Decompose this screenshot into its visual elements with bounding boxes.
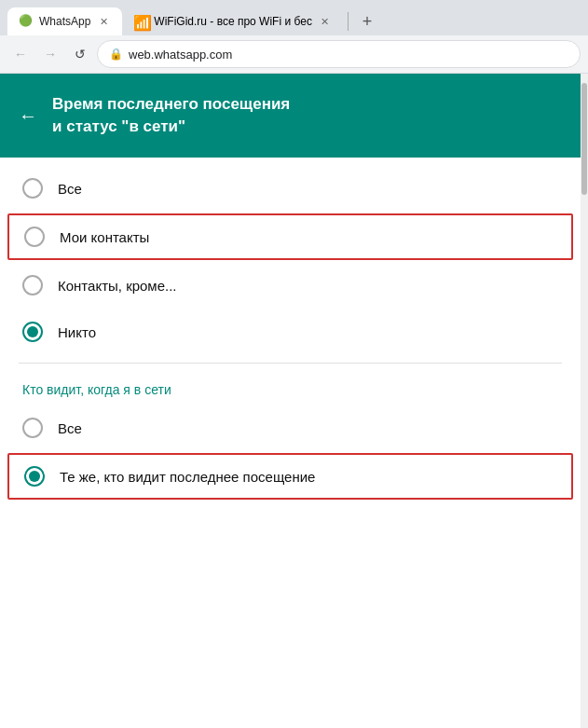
radio-mycontacts <box>24 227 45 247</box>
wifigid-favicon: 📶 <box>133 14 148 29</box>
browser-chrome: 🟢 WhatsApp ✕ 📶 WiFiGid.ru - все про WiFi… <box>0 0 588 74</box>
option-nobody[interactable]: Никто <box>0 309 581 355</box>
option-all-online[interactable]: Все <box>0 405 581 451</box>
option-same-as-seen[interactable]: Те же, кто видит последнее посещение <box>7 453 573 500</box>
settings-list: Все Мои контакты Контакты, кроме... Никт… <box>0 158 581 509</box>
tab-whatsapp[interactable]: 🟢 WhatsApp ✕ <box>7 7 122 35</box>
option-all-lastseen-label: Все <box>58 181 82 197</box>
whatsapp-panel: ← Время последнего посещенияи статус "в … <box>0 74 581 728</box>
radio-all-online <box>22 418 43 438</box>
tab-bar: 🟢 WhatsApp ✕ 📶 WiFiGid.ru - все про WiFi… <box>0 0 588 35</box>
tab-wifigid[interactable]: 📶 WiFiGid.ru - все про WiFi и бес ✕ <box>122 7 344 35</box>
section-divider <box>19 363 562 364</box>
option-except-contacts[interactable]: Контакты, кроме... <box>0 262 581 309</box>
scrollbar-thumb[interactable] <box>581 83 587 195</box>
option-all-online-label: Все <box>58 420 82 436</box>
whatsapp-favicon: 🟢 <box>19 14 34 29</box>
url-text: web.whatsapp.com <box>129 48 232 62</box>
tab-separator <box>348 12 349 31</box>
back-arrow-icon[interactable]: ← <box>19 105 37 127</box>
option-nobody-label: Никто <box>58 324 96 340</box>
option-same-as-seen-label: Те же, кто видит последнее посещение <box>60 469 315 485</box>
lock-icon: 🔒 <box>109 48 123 61</box>
radio-nobody <box>22 322 43 342</box>
option-mycontacts[interactable]: Мои контакты <box>7 213 573 260</box>
scrollbar-track[interactable] <box>581 74 588 728</box>
option-mycontacts-label: Мои контакты <box>60 229 149 245</box>
forward-button[interactable]: → <box>37 41 63 67</box>
tab-wifigid-close[interactable]: ✕ <box>318 14 333 29</box>
option-all-lastseen[interactable]: Все <box>0 165 581 212</box>
option-except-contacts-label: Контакты, кроме... <box>58 278 177 294</box>
tab-whatsapp-close[interactable]: ✕ <box>96 14 111 29</box>
address-bar[interactable]: 🔒 web.whatsapp.com <box>97 40 581 68</box>
header-title: Время последнего посещенияи статус "в се… <box>52 93 290 138</box>
radio-same-as-seen <box>24 466 45 487</box>
address-bar-row: ← → ↺ 🔒 web.whatsapp.com <box>0 35 588 73</box>
online-section-title: Кто видит, когда я в сети <box>0 371 581 405</box>
reload-button[interactable]: ↺ <box>67 41 93 67</box>
tab-whatsapp-title: WhatsApp <box>39 15 90 28</box>
content-area: ← Время последнего посещенияи статус "в … <box>0 74 588 728</box>
back-button[interactable]: ← <box>7 41 34 67</box>
radio-except-contacts <box>22 275 43 295</box>
settings-header: ← Время последнего посещенияи статус "в … <box>0 74 581 158</box>
new-tab-button[interactable]: + <box>356 10 378 33</box>
radio-all-lastseen <box>22 178 43 199</box>
tab-wifigid-title: WiFiGid.ru - все про WiFi и бес <box>154 15 312 28</box>
